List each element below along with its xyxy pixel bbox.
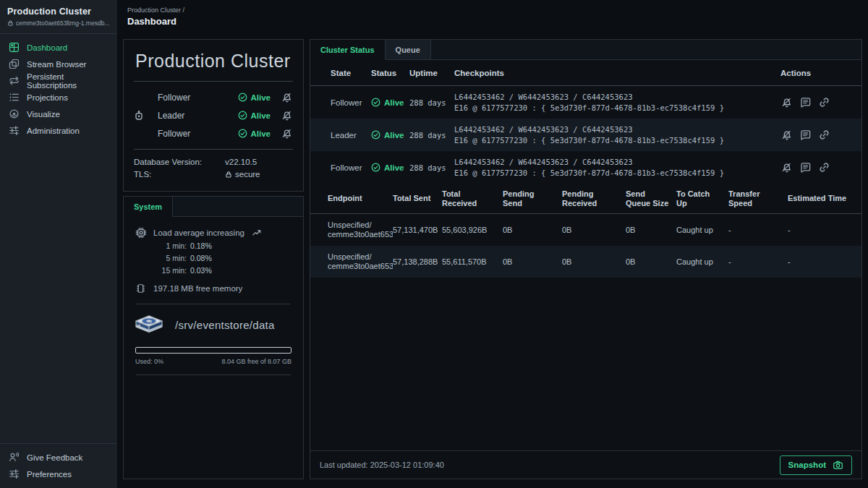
node-row-follower-1: Follower Alive: [134, 88, 293, 106]
tab-cluster-status[interactable]: Cluster Status: [310, 40, 386, 60]
lock-icon: [225, 171, 232, 179]
list-icon: [9, 92, 20, 103]
status-table-row: Follower Alive 288 days L6442453462 / W6…: [310, 151, 861, 184]
sidebar-divider: [0, 33, 117, 34]
cpu-icon: [135, 227, 147, 239]
checkpoint-line-2: E16 @ 6177577230 : { 5e3d730f-877d-4678-…: [454, 103, 780, 114]
sidebar-item-dashboard[interactable]: Dashboard: [0, 39, 117, 56]
breadcrumb[interactable]: Production Cluster /: [127, 7, 862, 14]
sidebar-item-label: Persistent Subscriptions: [27, 72, 109, 90]
endpoint-cell: Unspecified/ cemme3to0aet653ltrng-1.mesd…: [328, 221, 393, 239]
state-cell: Follower: [331, 98, 371, 107]
status-cell: Alive: [371, 163, 409, 172]
panel-empty-space: [310, 278, 861, 450]
sidebar-item-label: Visualize: [27, 110, 60, 119]
status-table-row: Leader Alive 288 days L6442453462 / W644…: [310, 119, 861, 151]
endpoint-line-2: cemme3to0aet653ltrng-1.mesdb...: [328, 230, 393, 239]
sidebar-item-label: Projections: [27, 93, 68, 102]
col-uptime: Uptime: [409, 69, 454, 77]
load-line-5min: 5 min: 0.08%: [153, 254, 292, 263]
divider: [134, 81, 293, 82]
status-cell: Alive: [371, 98, 409, 107]
col-state: State: [331, 69, 371, 77]
tls-row: TLS: secure: [134, 170, 293, 179]
total-received-cell: 55,611,570B: [442, 257, 503, 266]
bell-slash-icon[interactable]: [780, 96, 793, 108]
cluster-title: Production Cluster: [7, 7, 110, 17]
sidebar-item-stream-browser[interactable]: Stream Browser: [0, 56, 117, 72]
bell-slash-icon[interactable]: [281, 109, 293, 121]
col-total-received: Total Received: [442, 189, 503, 208]
node-role: Follower: [158, 93, 238, 103]
actions-cell: [780, 96, 850, 108]
overview-title: Production Cluster: [135, 51, 293, 72]
disk-path: /srv/eventstore/data: [175, 319, 275, 331]
to-catch-up-cell: Caught up: [676, 257, 728, 266]
col-pending-send: Pending Send: [503, 189, 562, 208]
sidebar-item-give-feedback[interactable]: Give Feedback: [0, 449, 117, 466]
system-tabbar: System: [124, 197, 303, 217]
load-label: 1 min:: [153, 241, 187, 251]
bell-slash-icon[interactable]: [281, 91, 293, 103]
status-label: Alive: [384, 131, 404, 140]
checkpoint-line-1: L6442453462 / W6442453623 / C6442453623: [454, 92, 780, 103]
cluster-host: cemme3to0aet653ltrng-1.mesdb....: [7, 20, 110, 27]
message-log-icon[interactable]: [799, 161, 812, 174]
message-log-icon[interactable]: [799, 96, 812, 108]
disk-row: /srv/eventstore/data: [135, 315, 292, 335]
load-average-lines: 1 min: 0.18% 5 min: 0.08% 15 min: 0.03%: [153, 241, 292, 275]
bell-slash-icon[interactable]: [780, 129, 793, 141]
load-line-1min: 1 min: 0.18%: [153, 241, 292, 251]
link-icon[interactable]: [818, 161, 830, 174]
cluster-tabbar: Cluster Status Queue: [310, 40, 861, 60]
node-status: Alive: [238, 129, 271, 138]
lock-icon: [7, 20, 14, 27]
divider: [136, 374, 291, 375]
message-log-icon[interactable]: [799, 129, 812, 141]
dashboard-icon: [9, 42, 20, 53]
bell-slash-icon[interactable]: [780, 161, 793, 174]
divider: [134, 149, 293, 150]
sidebar-item-visualize[interactable]: Visualize: [0, 106, 117, 122]
sidebar-item-label: Stream Browser: [27, 60, 86, 69]
check-circle-icon: [238, 111, 247, 120]
disk-used-label: Used: 0%: [135, 358, 163, 365]
sliders-icon: [9, 125, 20, 136]
sidebar-item-label: Administration: [27, 127, 80, 135]
pending-received-cell: 0B: [562, 257, 626, 266]
status-label: Alive: [384, 163, 404, 172]
last-updated-text: Last updated: 2025-03-12 01:09:40: [320, 461, 444, 469]
database-version-label: Database Version:: [134, 158, 225, 166]
free-memory-row: 197.18 MB free memory: [135, 283, 292, 294]
load-average-title: Load average increasing: [153, 228, 244, 237]
sidebar-item-preferences[interactable]: Preferences: [0, 466, 117, 482]
status-table-header: State Status Uptime Checkpoints Actions: [310, 60, 861, 86]
checkpoint-line-2: E16 @ 6177577230 : { 5e3d730f-877d-4678-…: [454, 135, 780, 146]
system-panel: System Load average increasing: [123, 196, 304, 479]
tab-system[interactable]: System: [124, 197, 173, 217]
tab-queue[interactable]: Queue: [386, 40, 431, 59]
sidebar-header: Production Cluster cemme3to0aet653ltrng-…: [0, 0, 117, 32]
sidebar-item-projections[interactable]: Projections: [0, 89, 117, 106]
pending-send-cell: 0B: [503, 257, 562, 266]
snapshot-button[interactable]: Snapshot: [780, 455, 852, 475]
pending-send-cell: 0B: [503, 226, 562, 234]
divider: [136, 304, 291, 304]
sidebar: Production Cluster cemme3to0aet653ltrng-…: [0, 0, 117, 488]
to-catch-up-cell: Caught up: [676, 226, 728, 234]
link-icon[interactable]: [818, 129, 830, 141]
app-root: Production Cluster cemme3to0aet653ltrng-…: [0, 0, 868, 488]
sidebar-item-administration[interactable]: Administration: [0, 122, 117, 139]
panel-footer: Last updated: 2025-03-12 01:09:40 Snapsh…: [310, 450, 861, 479]
state-cell: Follower: [331, 163, 371, 172]
left-column: Production Cluster Follower Alive: [123, 39, 304, 479]
link-icon[interactable]: [818, 96, 830, 108]
state-cell: Leader: [331, 131, 371, 140]
layers-icon: [9, 59, 20, 69]
status-table-row: Follower Alive 288 days L6442453462 / W6…: [310, 86, 861, 119]
sidebar-item-persistent-subscriptions[interactable]: Persistent Subscriptions: [0, 72, 117, 89]
bell-slash-icon[interactable]: [281, 127, 293, 140]
tls-value: secure: [225, 170, 260, 179]
replication-table-row: Unspecified/ cemme3to0aet653ltrng-1.mesd…: [310, 246, 861, 278]
endpoint-line-2: cemme3to0aet653ltrng-1.mesdb...: [328, 262, 393, 271]
